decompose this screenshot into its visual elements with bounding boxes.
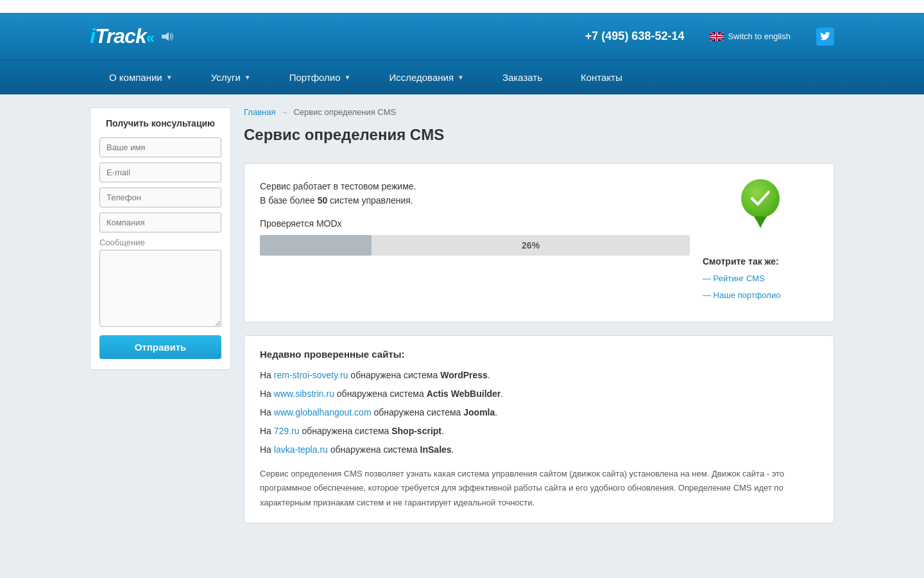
- breadcrumb-home[interactable]: Главная: [244, 107, 275, 117]
- nav-item-services[interactable]: Услуги ▼: [192, 60, 270, 94]
- checkmark-icon: [738, 179, 783, 231]
- cms-checking-label: Проверяется MODx: [260, 218, 690, 229]
- twitter-button[interactable]: [816, 28, 834, 46]
- recent-title: Недавно проверенные сайты:: [260, 349, 818, 360]
- nav-item-order[interactable]: Заказать: [483, 60, 561, 94]
- phone-input[interactable]: [99, 188, 221, 207]
- nav-bar: О компании ▼ Услуги ▼ Портфолио ▼ Исслед…: [0, 60, 924, 94]
- also-see-link-portfolio[interactable]: — Наше портфолио: [703, 290, 818, 301]
- submit-button[interactable]: Отправить: [99, 335, 221, 359]
- flag-uk-icon: [710, 32, 724, 41]
- svg-marker-0: [162, 32, 169, 41]
- recent-item-3: На www.globalhangout.com обнаружена сист…: [260, 406, 818, 419]
- logo-text: iTrack«: [90, 24, 154, 48]
- form-title: Получить консультацию: [99, 118, 221, 128]
- company-input[interactable]: [99, 213, 221, 232]
- message-label: Сообщение: [99, 238, 221, 247]
- recent-site-link-3[interactable]: www.globalhangout.com: [274, 407, 372, 417]
- nav-item-research[interactable]: Исследования ▼: [370, 60, 483, 94]
- progress-label: 26%: [372, 240, 690, 250]
- cms-right-panel: Смотрите так же: — Рейтинг CMS — Наше по…: [703, 179, 818, 306]
- progress-bar: 26%: [260, 235, 690, 256]
- breadcrumb-current: Сервис определения CMS: [293, 107, 396, 117]
- progress-fill: [260, 235, 372, 256]
- recent-site-link-4[interactable]: 729.ru: [274, 426, 300, 436]
- also-see-title: Смотрите так же:: [703, 256, 818, 267]
- svg-rect-9: [710, 36, 724, 37]
- recent-item-1: На rem-stroi-sovety.ru обнаружена систем…: [260, 369, 818, 382]
- nav-arrow-services: ▼: [244, 74, 251, 81]
- cms-info-box: Сервис работает в тестовом режиме. В баз…: [244, 163, 834, 322]
- switch-lang-label[interactable]: Switch to english: [728, 31, 791, 41]
- recent-item-5: На lavka-tepla.ru обнаружена система InS…: [260, 443, 818, 457]
- recent-site-link-1[interactable]: rem-stroi-sovety.ru: [274, 370, 348, 380]
- consultation-form: Получить консультацию Сообщение Отправит…: [90, 107, 231, 370]
- page-title: Сервис определения CMS: [244, 126, 834, 150]
- lang-switcher[interactable]: Switch to english: [710, 31, 791, 41]
- logo[interactable]: iTrack«: [90, 24, 175, 48]
- also-see-section: Смотрите так же: — Рейтинг CMS — Наше по…: [703, 256, 818, 306]
- recent-site-link-2[interactable]: www.sibstrin.ru: [274, 389, 334, 399]
- cms-description: Сервис определения CMS позволяет узнать …: [260, 467, 818, 509]
- recent-item-4: На 729.ru обнаружена система Shop-script…: [260, 425, 818, 438]
- main-content: Главная → Сервис определения CMS Сервис …: [244, 107, 834, 523]
- nav-arrow-about: ▼: [166, 74, 173, 81]
- email-input[interactable]: [99, 162, 221, 182]
- recent-sites-section: Недавно проверенные сайты: На rem-stroi-…: [244, 335, 834, 523]
- recent-item-2: На www.sibstrin.ru обнаружена система Ac…: [260, 387, 818, 401]
- sidebar: Получить консультацию Сообщение Отправит…: [90, 107, 231, 523]
- also-see-link-rating[interactable]: — Рейтинг CMS: [703, 273, 818, 285]
- nav-arrow-research: ▼: [458, 74, 464, 81]
- sound-icon[interactable]: [160, 31, 175, 42]
- nav-item-contacts[interactable]: Контакты: [561, 60, 642, 94]
- nav-arrow-portfolio: ▼: [345, 74, 351, 81]
- nav-item-about[interactable]: О компании ▼: [90, 60, 192, 94]
- breadcrumb: Главная → Сервис определения CMS: [244, 107, 834, 117]
- nav-item-portfolio[interactable]: Портфолио ▼: [270, 60, 370, 94]
- cms-intro-text: Сервис работает в тестовом режиме. В баз…: [260, 179, 690, 208]
- recent-site-link-5[interactable]: lavka-tepla.ru: [274, 444, 328, 455]
- breadcrumb-sep: →: [280, 108, 288, 117]
- name-input[interactable]: [99, 137, 221, 157]
- header-phone: +7 (495) 638-52-14: [585, 30, 685, 43]
- message-input[interactable]: [99, 250, 221, 327]
